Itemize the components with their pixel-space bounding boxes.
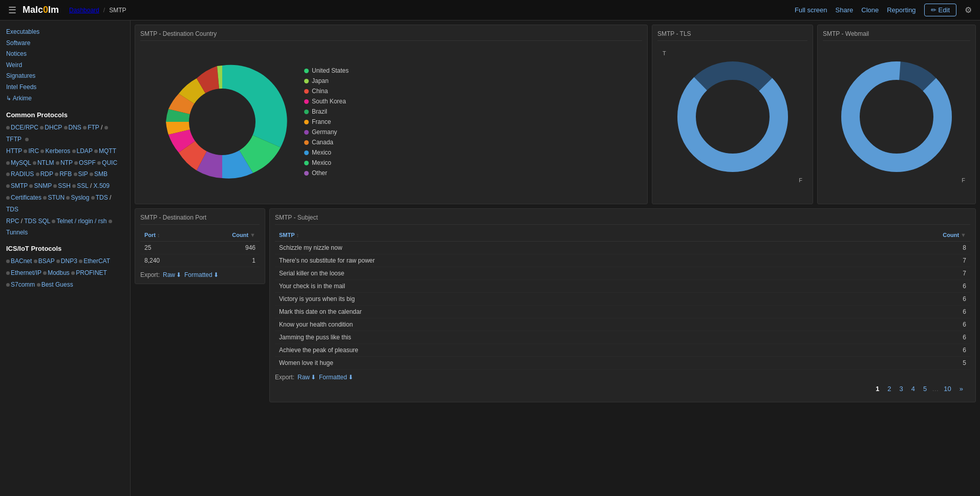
- protocol-telnet[interactable]: Telnet / rlogin / rsh: [56, 218, 106, 225]
- port-col-header[interactable]: Port ↕: [140, 229, 219, 242]
- settings-icon[interactable]: ⚙: [965, 5, 972, 15]
- protocol-ftp[interactable]: FTP: [88, 124, 99, 131]
- protocol-s7comm[interactable]: S7comm: [11, 281, 35, 288]
- table-row: Women love it huge5: [275, 357, 970, 370]
- sidebar-item-weird[interactable]: Weird: [6, 60, 124, 71]
- protocol-mysql[interactable]: MySQL: [11, 159, 31, 166]
- port-table: Port ↕ Count ▼ 259468,2401: [140, 229, 260, 267]
- protocol-ssh[interactable]: SSH: [58, 182, 71, 189]
- dot-tftp: [104, 126, 108, 130]
- subject-export-raw[interactable]: Raw ⬇: [297, 374, 316, 381]
- sidebar-item-software[interactable]: Software: [6, 38, 124, 49]
- main-layout: Executables Software Notices Weird Signa…: [0, 20, 980, 496]
- protocol-ethernetip[interactable]: Ethernet/IP: [11, 269, 41, 276]
- page-5[interactable]: 5: [920, 384, 930, 394]
- protocol-snmp[interactable]: SNMP: [34, 182, 51, 189]
- protocol-profinet[interactable]: PROFINET: [76, 269, 107, 276]
- subject-count-col-header[interactable]: Count ▼: [929, 229, 970, 242]
- smtp-subject-cell: Jamming the puss like this: [275, 331, 929, 344]
- share-link[interactable]: Share: [836, 6, 854, 14]
- ics-protocols-heading: ICS/IoT Protocols: [6, 245, 124, 252]
- bottom-left: SMTP - Destination Port Port ↕ Count: [135, 208, 265, 402]
- dot-ssl: [72, 184, 76, 188]
- tls-donut-svg: [676, 60, 789, 173]
- sidebar-item-executables[interactable]: Executables: [6, 27, 124, 38]
- page-4[interactable]: 4: [908, 384, 918, 394]
- smtp-subject-cell: Know your health condition: [275, 318, 929, 331]
- smtp-subject-cell: Schizzle my nizzle now: [275, 242, 929, 254]
- protocol-modbus[interactable]: Modbus: [48, 269, 70, 276]
- page-10[interactable]: 10: [941, 384, 954, 394]
- smtp-subject-cell: Mark this date on the calendar: [275, 306, 929, 318]
- protocol-mqtt[interactable]: MQTT: [99, 147, 116, 155]
- port-export-raw[interactable]: Raw ⬇: [163, 271, 181, 278]
- protocol-tftp[interactable]: TFTP: [6, 136, 22, 143]
- protocol-ssl[interactable]: SSL: [77, 182, 88, 189]
- subject-widget: SMTP - Subject SMTP ↕ Count ▼: [269, 208, 976, 402]
- protocol-rfb[interactable]: RFB: [59, 170, 72, 178]
- count-col-header[interactable]: Count ▼: [219, 229, 260, 242]
- page-2[interactable]: 2: [884, 384, 894, 394]
- hamburger-icon[interactable]: ☰: [8, 5, 16, 16]
- protocol-dnp3[interactable]: DNP3: [61, 257, 77, 265]
- sidebar-item-notices[interactable]: Notices: [6, 49, 124, 60]
- protocol-smtp[interactable]: SMTP: [11, 182, 28, 189]
- protocol-bestguess[interactable]: Best Guess: [41, 281, 73, 288]
- fullscreen-link[interactable]: Full screen: [795, 6, 827, 14]
- port-table-header-row: Port ↕ Count ▼: [140, 229, 260, 242]
- legend-dot-skorea: [304, 99, 309, 104]
- protocol-quic[interactable]: QUIC: [102, 159, 117, 166]
- tls-title: SMTP - TLS: [657, 30, 807, 41]
- legend-dot-other: [304, 171, 309, 176]
- page-next[interactable]: »: [956, 384, 966, 394]
- sidebar-item-signatures[interactable]: Signatures: [6, 71, 124, 82]
- protocol-sip[interactable]: SIP: [78, 170, 88, 178]
- protocol-rpc[interactable]: RPC: [6, 218, 19, 225]
- subject-export-formatted[interactable]: Formatted ⬇: [319, 374, 353, 381]
- protocol-bsap[interactable]: BSAP: [38, 257, 55, 265]
- protocol-tds[interactable]: TDS: [96, 194, 108, 201]
- protocol-rdp[interactable]: RDP: [40, 170, 53, 178]
- dot-irc: [24, 149, 27, 153]
- protocol-dns[interactable]: DNS: [69, 124, 81, 131]
- protocol-ntp[interactable]: NTP: [60, 159, 73, 166]
- dot-smtp: [6, 184, 10, 188]
- sidebar: Executables Software Notices Weird Signa…: [0, 20, 131, 496]
- page-3[interactable]: 3: [897, 384, 906, 394]
- protocol-radius[interactable]: RADIUS: [11, 170, 34, 178]
- protocol-tds-sql-2[interactable]: TDS: [6, 206, 18, 213]
- protocol-x509[interactable]: X.509: [94, 182, 110, 189]
- protocol-smb[interactable]: SMB: [94, 170, 108, 178]
- table-row: Serial killer on the loose7: [275, 267, 970, 280]
- protocol-tds-sql[interactable]: TDS SQL: [24, 218, 50, 225]
- common-protocols-heading: Common Protocols: [6, 111, 124, 119]
- protocol-ntlm[interactable]: NTLM: [37, 159, 54, 166]
- protocol-stun[interactable]: STUN: [48, 194, 65, 201]
- protocol-bacnet[interactable]: BACnet: [11, 257, 32, 265]
- protocol-tunnels[interactable]: Tunnels: [6, 229, 28, 236]
- protocol-ldap[interactable]: LDAP: [77, 147, 93, 155]
- protocol-ethercat[interactable]: EtherCAT: [83, 257, 110, 265]
- edit-button[interactable]: ✏ Edit: [924, 4, 956, 16]
- legend-item-china: China: [304, 88, 349, 95]
- protocol-syslog[interactable]: Syslog: [71, 194, 89, 201]
- protocol-kerberos[interactable]: Kerberos: [45, 147, 70, 155]
- sidebar-item-intel-feeds[interactable]: Intel Feeds: [6, 82, 124, 93]
- protocol-dhcp[interactable]: DHCP: [45, 124, 62, 131]
- protocol-ospf[interactable]: OSPF: [79, 159, 96, 166]
- sidebar-item-arkime[interactable]: ↳ Arkime: [6, 93, 124, 104]
- dashboard-link[interactable]: Dashboard: [69, 7, 99, 14]
- protocol-certificates[interactable]: Certificates: [11, 194, 41, 201]
- page-1[interactable]: 1: [872, 384, 882, 394]
- smtp-col-header[interactable]: SMTP ↕: [275, 229, 929, 242]
- table-row: 8,2401: [140, 254, 260, 267]
- protocol-dcerpc[interactable]: DCE/RPC: [11, 124, 38, 131]
- port-export-formatted[interactable]: Formatted ⬇: [184, 271, 219, 278]
- webmail-content: F: [823, 45, 970, 188]
- protocol-irc[interactable]: IRC: [28, 147, 39, 155]
- table-row: 25946: [140, 242, 260, 254]
- clone-link[interactable]: Clone: [861, 6, 879, 14]
- ics-protocols-row: BACnet BSAP DNP3 EtherCAT Ethernet/IP Mo…: [0, 254, 130, 291]
- reporting-link[interactable]: Reporting: [887, 6, 915, 14]
- protocol-http[interactable]: HTTP: [6, 147, 22, 155]
